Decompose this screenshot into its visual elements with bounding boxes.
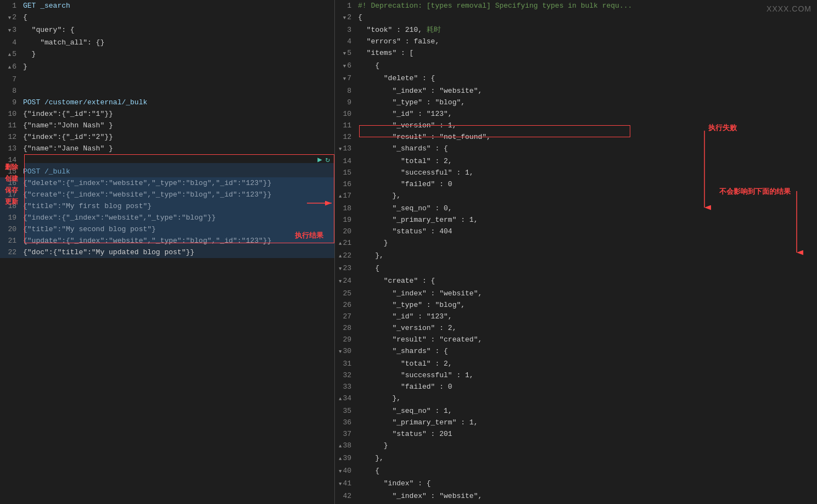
line-content: "_id" : "123", (356, 108, 817, 120)
line-content: "_index" : "website", (356, 490, 817, 502)
line-content: "successful" : 1, (356, 167, 817, 178)
line-content: { (356, 60, 817, 72)
line-number: 3 (335, 24, 356, 36)
line-content: { (356, 262, 817, 275)
line-number: 12 (0, 131, 21, 143)
line-number: ▼5 (335, 47, 356, 60)
line-content: }, (356, 452, 817, 465)
line-number: 8 (0, 85, 21, 97)
line-number: 18 (335, 203, 356, 214)
exec-fail-label: 执行失败 (708, 123, 737, 133)
line-content: "_type" : "blog", (356, 299, 817, 311)
line-number: ▼41 (335, 478, 356, 490)
line-number: ▲39 (335, 452, 356, 465)
line-content: "result" : "not_found", (356, 131, 817, 143)
line-number: 19 (335, 214, 356, 226)
line-number: ▲5 (0, 48, 21, 61)
line-content: "successful" : 1, (356, 369, 817, 381)
line-number: 1 (0, 0, 21, 12)
line-content: "query": { (21, 24, 334, 37)
line-content: {"index":{"_index":"website","_type":"bl… (21, 212, 334, 223)
run-icons[interactable]: ▶ ↻ (317, 155, 330, 164)
line-number: 27 (335, 311, 356, 322)
line-content: "_version" : 1, (356, 120, 817, 131)
line-content: POST /_bulk (21, 166, 334, 177)
refresh-icon[interactable]: ↻ (326, 155, 330, 164)
line-number: 10 (0, 108, 21, 120)
play-icon[interactable]: ▶ (317, 155, 322, 164)
line-content: "_shards" : { (356, 143, 817, 155)
line-content: "delete" : { (356, 72, 817, 85)
no-affect-label: 不会影响到下面的结果 (719, 187, 791, 197)
line-number: 22 (0, 247, 21, 258)
line-number: ▲17 (335, 190, 356, 203)
line-number: ▲6 (0, 61, 21, 74)
line-content: "errors" : false, (356, 36, 817, 47)
annotation-create: 创建 (1, 174, 22, 183)
line-number: 32 (335, 369, 356, 381)
line-content: "_primary_term" : 1, (356, 417, 817, 428)
annotation-delete: 删除 (1, 163, 22, 172)
line-content: "_shards" : { (356, 345, 817, 358)
line-number: 4 (0, 37, 21, 48)
line-number: 21 (0, 235, 21, 247)
line-content: "match_all": {} (21, 37, 334, 48)
line-number: 8 (335, 85, 356, 97)
line-number: 15 (335, 167, 356, 178)
line-number: ▼7 (335, 72, 356, 85)
annotation-update: 更新 (1, 197, 22, 206)
line-number: 20 (335, 226, 356, 237)
line-content: "_type" : "blog", (356, 502, 817, 504)
line-content: {"name":"John Nash" } (21, 120, 334, 131)
line-content: } (356, 237, 817, 250)
line-number: ▼2 (0, 12, 21, 24)
line-content: } (356, 440, 817, 452)
line-content: "total" : 2, (356, 155, 817, 167)
line-content (21, 154, 334, 166)
line-content: POST /customer/external/_bulk (21, 97, 334, 108)
line-content: { (21, 12, 334, 24)
line-content: } (21, 48, 334, 61)
line-number: ▼6 (335, 60, 356, 72)
line-content: {"create":{"_index":"website","_type":"b… (21, 189, 334, 200)
line-number: 26 (335, 299, 356, 311)
line-number: 7 (0, 74, 21, 85)
line-number: 11 (0, 120, 21, 131)
line-number: 31 (335, 358, 356, 369)
line-number: 13 (0, 143, 21, 154)
left-panel: 1GET _search▼2{▼3 "query": {4 "match_all… (0, 0, 335, 504)
line-number: 42 (335, 490, 356, 502)
line-number: 25 (335, 288, 356, 299)
line-number: 14 (335, 155, 356, 167)
line-number: 20 (0, 223, 21, 235)
line-content: }, (356, 250, 817, 262)
line-number: 36 (335, 417, 356, 428)
line-content: {"delete":{"_index":"website","_type":"b… (21, 177, 334, 189)
line-content: {"index":{"_id":"2"}} (21, 131, 334, 143)
line-number: 33 (335, 381, 356, 393)
line-content: {"update":{"_index":"website","_type":"b… (21, 235, 334, 247)
line-content: } (21, 61, 334, 74)
left-code-table: 1GET _search▼2{▼3 "query": {4 "match_all… (0, 0, 334, 258)
line-number: ▼3 (0, 24, 21, 37)
line-number: 9 (335, 97, 356, 108)
line-number: ▼24 (335, 275, 356, 288)
line-number: ▲22 (335, 250, 356, 262)
line-number: 1 (335, 0, 356, 12)
line-number: 4 (335, 36, 356, 47)
right-panel: 1#! Deprecation: [types removal] Specify… (335, 0, 817, 504)
line-number: 37 (335, 428, 356, 440)
line-number: ▲21 (335, 237, 356, 250)
right-code-table: 1#! Deprecation: [types removal] Specify… (335, 0, 817, 504)
annotation-save: 保存 (1, 186, 22, 195)
line-number: ▼23 (335, 262, 356, 275)
line-content: GET _search (21, 0, 334, 12)
line-number: ▼40 (335, 465, 356, 478)
line-content: "create" : { (356, 275, 817, 288)
line-content: "_seq_no" : 1, (356, 405, 817, 417)
line-number: ▼30 (335, 345, 356, 358)
line-number: 19 (0, 212, 21, 223)
line-number: ▲34 (335, 393, 356, 405)
line-number: 43 (335, 502, 356, 504)
line-content: "_version" : 2, (356, 322, 817, 334)
